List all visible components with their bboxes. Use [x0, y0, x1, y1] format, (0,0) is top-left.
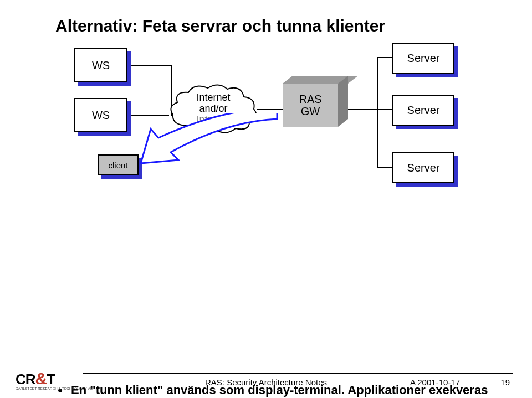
logo-mark: CR&T — [16, 369, 55, 388]
footer-date: A 2001-10-17 — [410, 378, 460, 387]
slide-title: Alternativ: Feta servrar och tunna klien… — [55, 17, 499, 35]
cloud-line1: Internet — [172, 92, 255, 104]
client-box: client — [98, 154, 139, 175]
connector-line — [377, 57, 378, 167]
connector-line — [377, 167, 393, 168]
logo-amp: & — [35, 369, 47, 388]
logo-cr: CR — [16, 371, 35, 388]
rasgw-right-face — [338, 76, 348, 127]
ws1-label: WS — [92, 59, 110, 72]
logo-subtitle: CARLSTEDT RESEARCH & TECHNOLOGY AB — [16, 387, 93, 390]
cloud-line3: Intranet — [172, 115, 255, 126]
cloud-label: Internet and/or Intranet — [172, 92, 255, 125]
cloud-line2: and/or — [172, 104, 255, 115]
server1-box: Server — [392, 43, 454, 74]
connector-line — [377, 109, 393, 110]
connector-line — [257, 109, 284, 110]
ws2-label: WS — [92, 109, 110, 122]
logo-t: T — [47, 371, 55, 388]
connector-line — [377, 57, 393, 58]
connector-line — [127, 115, 169, 116]
server3-box: Server — [392, 152, 454, 183]
server3-label: Server — [407, 162, 440, 174]
rasgw-front-face: RAS GW — [283, 84, 338, 127]
slide-footer: CR&T CARLSTEDT RESEARCH & TECHNOLOGY AB … — [0, 367, 532, 392]
ws2-box: WS — [74, 98, 127, 132]
rasgw-line1: RAS — [299, 93, 321, 105]
footer-divider — [83, 373, 513, 374]
server2-box: Server — [392, 95, 454, 126]
client-label: client — [108, 161, 127, 170]
footer-page-number: 19 — [500, 378, 510, 387]
company-logo: CR&T CARLSTEDT RESEARCH & TECHNOLOGY AB — [16, 369, 93, 390]
ras-gw-box: RAS GW — [283, 84, 349, 132]
slide: Alternativ: Feta servrar och tunna klien… — [0, 0, 532, 398]
ws1-box: WS — [74, 48, 127, 82]
server1-label: Server — [407, 52, 440, 65]
footer-title: RAS: Security Architecture Notes — [205, 378, 327, 387]
connector-line — [127, 65, 172, 66]
rasgw-line2: GW — [301, 105, 320, 117]
network-diagram: WS WS client Internet and/or Intranet RA… — [55, 49, 477, 204]
server2-label: Server — [407, 104, 440, 117]
